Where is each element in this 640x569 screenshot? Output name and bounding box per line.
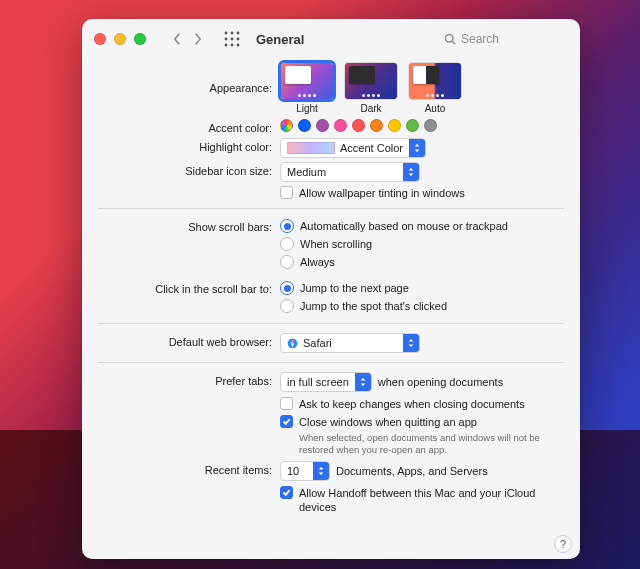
default-browser-select[interactable]: Safari: [280, 333, 420, 353]
window-controls: [94, 33, 146, 45]
close-windows-hint: When selected, open documents and window…: [299, 432, 558, 456]
accent-color-swatch[interactable]: [298, 119, 311, 132]
accent-color-swatch[interactable]: [370, 119, 383, 132]
content-area: Appearance: Light Dark Auto: [82, 59, 580, 559]
scroll-bars-option[interactable]: When scrolling: [280, 236, 558, 252]
recent-items-label: Recent items:: [82, 461, 280, 476]
close-window-button[interactable]: [94, 33, 106, 45]
appearance-light[interactable]: Light: [280, 62, 334, 114]
accent-color-swatch[interactable]: [406, 119, 419, 132]
click-scroll-option[interactable]: Jump to the next page: [280, 280, 558, 296]
click-scroll-bar-label: Click in the scroll bar to:: [82, 280, 280, 295]
prefer-tabs-select[interactable]: in full screen: [280, 372, 372, 392]
svg-point-0: [225, 32, 228, 35]
svg-point-2: [237, 32, 240, 35]
highlight-color-label: Highlight color:: [82, 138, 280, 153]
highlight-swatch-icon: [287, 142, 335, 154]
wallpaper-tint-checkbox[interactable]: Allow wallpaper tinting in windows: [280, 186, 558, 200]
default-browser-label: Default web browser:: [82, 333, 280, 348]
separator: [98, 362, 564, 363]
forward-button[interactable]: [188, 28, 206, 50]
search-placeholder: Search: [461, 32, 499, 46]
recent-items-suffix: Documents, Apps, and Servers: [336, 465, 488, 477]
accent-color-swatch[interactable]: [352, 119, 365, 132]
recent-items-select[interactable]: 10: [280, 461, 330, 481]
svg-point-6: [225, 44, 228, 47]
appearance-auto[interactable]: Auto: [408, 62, 462, 114]
accent-color-swatch[interactable]: [334, 119, 347, 132]
scroll-bars-option[interactable]: Automatically based on mouse or trackpad: [280, 218, 558, 234]
scroll-bars-option[interactable]: Always: [280, 254, 558, 270]
safari-icon: [287, 338, 298, 349]
accent-color-label: Accent color:: [82, 119, 280, 134]
show-scroll-bars-label: Show scroll bars:: [82, 218, 280, 233]
minimize-window-button[interactable]: [114, 33, 126, 45]
help-button[interactable]: ?: [554, 535, 572, 553]
svg-point-4: [231, 38, 234, 41]
separator: [98, 323, 564, 324]
appearance-label: Appearance:: [82, 62, 280, 94]
svg-point-5: [237, 38, 240, 41]
handoff-checkbox[interactable]: Allow Handoff between this Mac and your …: [280, 486, 558, 514]
accent-color-swatch[interactable]: [316, 119, 329, 132]
prefer-tabs-label: Prefer tabs:: [82, 372, 280, 387]
search-field[interactable]: Search: [438, 29, 568, 49]
close-windows-checkbox[interactable]: Close windows when quitting an app: [280, 415, 558, 429]
svg-line-10: [452, 41, 455, 44]
accent-color-swatch[interactable]: [424, 119, 437, 132]
highlight-color-select[interactable]: Accent Color: [280, 138, 426, 158]
ask-keep-changes-checkbox[interactable]: Ask to keep changes when closing documen…: [280, 397, 558, 411]
svg-point-9: [446, 35, 454, 43]
sidebar-icon-size-label: Sidebar icon size:: [82, 162, 280, 177]
sidebar-icon-size-select[interactable]: Medium: [280, 162, 420, 182]
svg-point-1: [231, 32, 234, 35]
click-scroll-option[interactable]: Jump to the spot that's clicked: [280, 298, 558, 314]
svg-point-8: [237, 44, 240, 47]
appearance-options: Light Dark Auto: [280, 62, 462, 114]
show-all-button[interactable]: [224, 31, 240, 47]
zoom-window-button[interactable]: [134, 33, 146, 45]
svg-point-7: [231, 44, 234, 47]
prefer-tabs-suffix: when opening documents: [378, 376, 503, 388]
accent-color-picker: [280, 119, 437, 132]
window-title: General: [256, 32, 304, 47]
accent-color-swatch[interactable]: [388, 119, 401, 132]
accent-color-swatch[interactable]: [280, 119, 293, 132]
back-button[interactable]: [168, 28, 186, 50]
titlebar: General Search: [82, 19, 580, 59]
svg-point-3: [225, 38, 228, 41]
preferences-window: General Search Appearance: Light Dark: [82, 19, 580, 559]
appearance-dark[interactable]: Dark: [344, 62, 398, 114]
separator: [98, 208, 564, 209]
search-icon: [444, 33, 456, 45]
